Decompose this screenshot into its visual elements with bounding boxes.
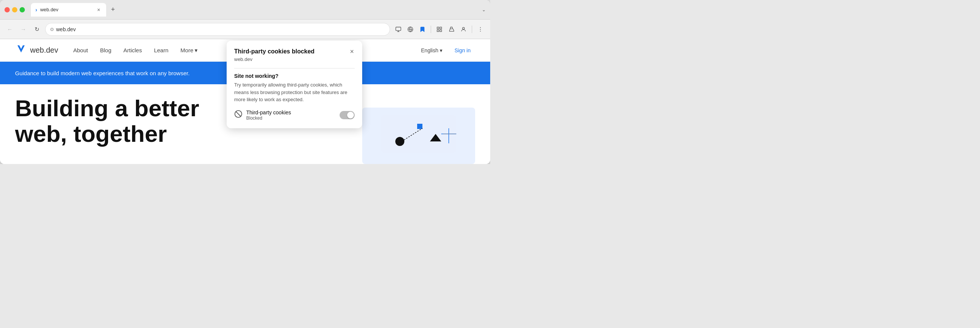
toggle-knob [347, 112, 354, 119]
popup-divider-1 [234, 68, 355, 68]
hero-line2: web, together [15, 121, 241, 147]
popup-header: Third-party cookies blocked × [234, 48, 355, 55]
language-label: English [421, 48, 438, 54]
privacy-icon-button[interactable] [405, 24, 416, 35]
sign-in-button[interactable]: Sign in [450, 45, 475, 55]
nav-learn[interactable]: Learn [154, 47, 168, 54]
popup-description: Try temporarily allowing third-party coo… [234, 81, 355, 103]
language-dropdown-icon: ▾ [440, 48, 442, 54]
traffic-lights [5, 7, 25, 13]
svg-rect-6 [437, 30, 439, 32]
nav-divider-2 [472, 25, 472, 33]
logo-text: web.dev [30, 46, 58, 55]
svg-point-10 [480, 29, 481, 30]
new-tab-button[interactable]: + [108, 5, 118, 15]
svg-point-9 [480, 27, 481, 28]
illustration-svg [362, 108, 475, 164]
cookie-info: Third-party cookies Blocked [246, 109, 336, 121]
hero-heading: Building a better web, together [15, 95, 241, 147]
popup-section-title: Site not working? [234, 73, 355, 79]
screen-cast-button[interactable] [393, 24, 404, 35]
svg-rect-0 [396, 27, 401, 30]
language-selector[interactable]: English ▾ [418, 45, 445, 55]
tab-favicon-icon: › [35, 7, 37, 13]
popup-title: Third-party cookies blocked [234, 48, 314, 55]
cookie-row: Third-party cookies Blocked [234, 109, 355, 121]
nav-divider [431, 25, 431, 33]
nav-about[interactable]: About [73, 47, 88, 54]
nav-actions [393, 24, 486, 35]
logo-icon [15, 43, 27, 57]
hero-line1: Building a better [15, 95, 241, 121]
bookmark-button[interactable] [417, 24, 428, 35]
nav-blog[interactable]: Blog [100, 47, 111, 54]
nav-more[interactable]: More ▾ [180, 47, 198, 54]
cookie-status: Blocked [246, 116, 336, 121]
banner-text: Guidance to build modern web experiences… [15, 70, 190, 76]
popup-close-button[interactable]: × [349, 48, 355, 55]
tab-bar: › web.dev × + [31, 3, 479, 17]
url-text: web.dev [56, 26, 76, 32]
tab-dropdown-button[interactable]: ⌄ [482, 7, 486, 13]
website-content: web.dev About Blog Articles Learn More ▾… [0, 39, 490, 164]
popup-subtitle: web.dev [234, 56, 355, 62]
site-nav-actions: English ▾ Sign in [418, 45, 475, 55]
svg-point-14 [395, 137, 404, 146]
address-bar[interactable]: ⊙ web.dev [45, 23, 390, 36]
svg-rect-5 [440, 27, 442, 29]
cookie-name: Third-party cookies [246, 109, 336, 116]
profile-button[interactable] [458, 24, 469, 35]
tab-title: web.dev [40, 7, 58, 13]
browser-window: › web.dev × + ⌄ ← → ↻ ⊙ web.dev [0, 0, 490, 164]
lab-button[interactable] [446, 24, 457, 35]
svg-marker-12 [18, 45, 24, 52]
extension-button[interactable] [434, 24, 445, 35]
back-button[interactable]: ← [5, 24, 15, 35]
title-bar: › web.dev × + ⌄ [0, 0, 490, 19]
fullscreen-button[interactable] [19, 7, 25, 13]
tab-close-button[interactable]: × [95, 7, 102, 13]
forward-button[interactable]: → [18, 24, 29, 35]
menu-button[interactable] [475, 24, 486, 35]
site-logo[interactable]: web.dev [15, 43, 58, 57]
active-tab[interactable]: › web.dev × [31, 3, 106, 17]
nav-articles[interactable]: Articles [124, 47, 142, 54]
reload-button[interactable]: ↻ [32, 24, 42, 35]
cookie-toggle[interactable] [340, 111, 355, 119]
svg-line-22 [236, 112, 241, 117]
cookie-popup: Third-party cookies blocked × web.dev Si… [227, 41, 362, 128]
svg-point-8 [462, 27, 464, 29]
nav-bar: ← → ↻ ⊙ web.dev [0, 19, 490, 39]
svg-rect-7 [440, 30, 442, 32]
minimize-button[interactable] [12, 7, 18, 13]
cookie-icon [234, 110, 242, 120]
svg-rect-15 [417, 124, 422, 129]
address-icon: ⊙ [50, 27, 54, 32]
svg-point-11 [480, 30, 481, 31]
svg-rect-4 [437, 27, 439, 29]
close-button[interactable] [5, 7, 10, 13]
